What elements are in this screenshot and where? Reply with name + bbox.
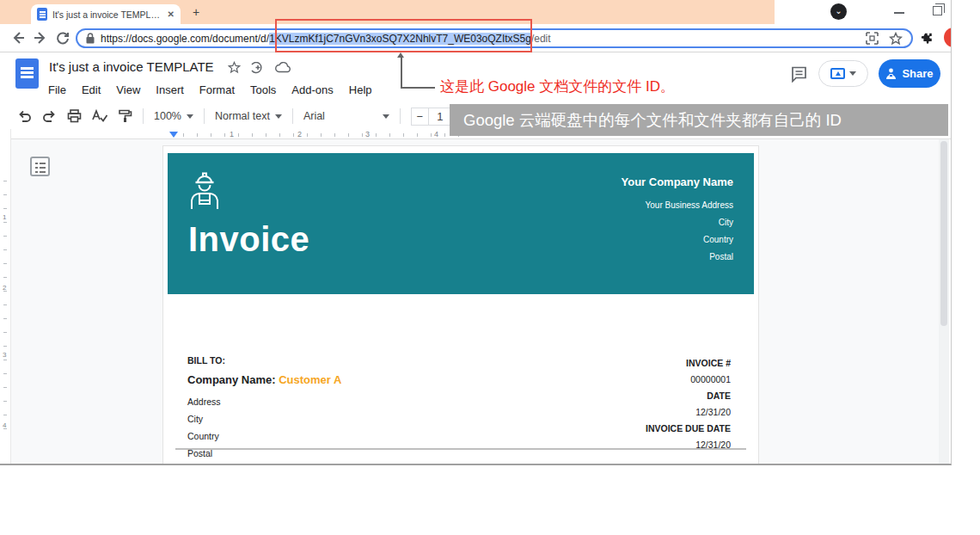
menu-file[interactable]: File [48,83,66,96]
docs-logo-icon[interactable] [15,58,39,89]
present-button[interactable] [818,60,868,87]
drive-id-tooltip-text: Google 云端硬盘中的每个文件和文件夹都有自己的 ID [463,109,842,131]
docs-favicon-icon [37,8,47,21]
style-caret-icon [275,114,282,119]
file-id-callout-text: 这是此 Google 文档文件的文件 ID。 [440,77,675,96]
toolbar-separator [292,108,293,124]
ruler-number: 2 [297,130,302,138]
menu-tools[interactable]: Tools [250,83,276,96]
document-page[interactable]: Invoice Your Company Name Your Business … [163,146,758,465]
ruler-ticks [183,133,460,137]
move-to-folder-icon[interactable] [251,62,265,74]
browser-tab[interactable]: It's just a invoice TEMPLATE - Go ✕ [31,4,181,24]
font-value: Arial [303,110,325,122]
drive-id-tooltip: Google 云端硬盘中的每个文件和文件夹都有自己的 ID [450,104,948,136]
file-id-highlight-box [275,19,532,52]
invoice-title: Invoice [188,220,309,259]
zoom-value: 100% [154,110,181,122]
bill-to-block: BILL TO: Company Name: Customer A Addres… [187,355,341,462]
scrollbar-thumb[interactable] [940,141,947,326]
reload-icon[interactable] [55,30,70,46]
customer-line: Company Name: Customer A [187,373,341,386]
customer-company-label: Company Name: [187,373,279,386]
present-caret-icon [849,71,856,76]
browser-window: It's just a invoice TEMPLATE - Go ✕ + ⌄ … [0,0,952,465]
paragraph-style-select[interactable]: Normal text [215,110,282,122]
screenshot-stage: It's just a invoice TEMPLATE - Go ✕ + ⌄ … [0,0,980,535]
table-divider-line [175,448,746,450]
font-caret-icon [383,114,389,119]
invoice-due-date-label: INVOICE DUE DATE [646,421,731,437]
redo-icon[interactable] [42,110,57,123]
minimize-button[interactable] [894,12,904,14]
restore-window-button[interactable] [933,6,942,15]
paragraph-style-value: Normal text [215,110,270,122]
url-suffix: /edit [531,33,551,45]
present-icon [830,68,845,79]
forward-icon[interactable] [33,30,48,46]
menu-addons[interactable]: Add-ons [291,83,333,96]
profile-avatar[interactable] [944,28,952,47]
indent-marker[interactable] [169,132,178,138]
back-icon[interactable] [10,30,26,46]
document-status-cloud-icon[interactable] [275,62,291,73]
toolbar-separator [143,108,144,124]
font-size-decrease-button[interactable]: − [411,108,429,126]
ruler-number: 2 [3,284,6,292]
invoice-number-value: 00000001 [646,372,731,388]
company-block: Your Company Name Your Business Address … [621,175,733,266]
font-size-value[interactable]: 1 [429,108,451,126]
ruler-number: 4 [434,130,438,138]
company-city: City [621,214,733,231]
new-tab-button[interactable]: + [193,7,199,17]
reading-mode-icon[interactable] [866,32,879,45]
callout-line-horizontal [401,87,435,89]
ruler-number: 1 [3,213,6,221]
bill-to-address: Address [187,393,341,410]
bill-to-postal: Postal [187,445,341,462]
invoice-header: Invoice Your Company Name Your Business … [168,153,754,294]
company-address: Your Business Address [621,197,733,214]
ruler-number: 4 [3,421,6,429]
browser-profile-button[interactable]: ⌄ [830,3,847,20]
ruler-number: 1 [230,130,234,138]
lock-icon [86,33,95,44]
comment-history-icon[interactable] [791,66,809,83]
url-prefix: https://docs.google.com/document/d/ [101,33,269,45]
bookmark-star-icon[interactable] [889,32,903,46]
document-title[interactable]: It's just a invoice TEMPLATE [49,59,214,74]
document-outline-button[interactable] [30,157,50,176]
zoom-caret-icon [187,114,193,119]
vertical-ruler[interactable]: 1 2 3 4 [0,129,11,464]
paint-format-icon[interactable] [118,109,132,123]
print-icon[interactable] [67,109,82,123]
ruler-number: 3 [365,130,370,138]
tab-close-icon[interactable]: ✕ [168,9,175,19]
document-canvas: Invoice Your Company Name Your Business … [11,139,940,465]
company-country: Country [621,231,733,249]
extensions-puzzle-icon[interactable] [920,31,934,46]
menu-bar: File Edit View Insert Format Tools Add-o… [48,83,372,96]
invoice-due-date-value: 12/31/20 [646,437,731,453]
company-postal: Postal [621,249,733,266]
invoice-date-value: 12/31/20 [646,404,731,421]
zoom-select[interactable]: 100% [154,110,193,122]
menu-edit[interactable]: Edit [82,83,101,96]
menu-view[interactable]: View [116,83,140,96]
share-button[interactable]: Share [879,59,940,88]
menu-format[interactable]: Format [199,83,235,96]
invoice-date-label: DATE [646,388,731,404]
star-document-icon[interactable] [228,61,241,74]
menu-insert[interactable]: Insert [156,83,184,96]
menu-help[interactable]: Help [349,83,372,96]
undo-icon[interactable] [17,110,32,123]
scrollbar[interactable] [939,139,949,465]
font-select[interactable]: Arial [303,110,389,122]
company-name: Your Company Name [621,175,733,188]
share-label: Share [902,67,933,80]
toolbar-separator [204,108,205,124]
toolbar-separator [400,108,401,124]
spellcheck-icon[interactable] [92,109,107,123]
callout-line-vertical [401,57,402,88]
customer-name: Customer A [279,373,341,386]
